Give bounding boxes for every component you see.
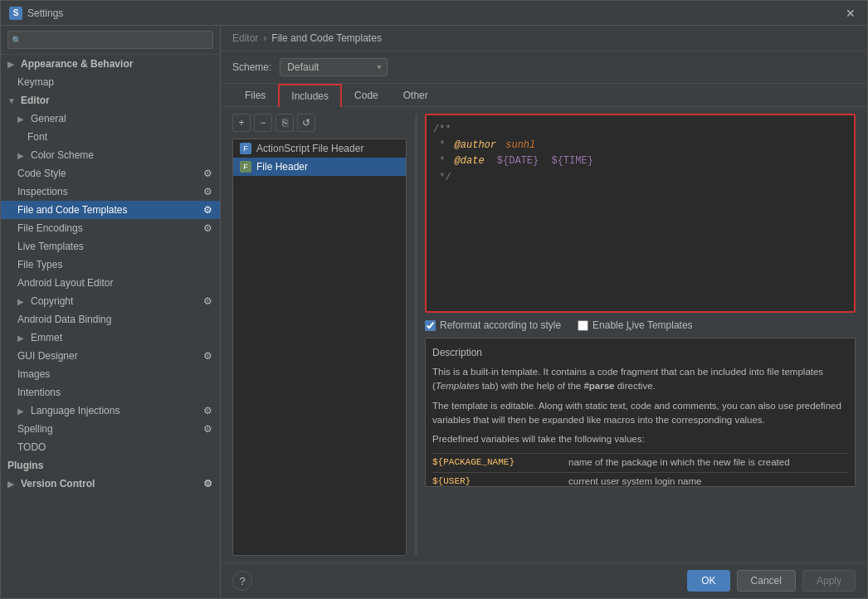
code-token: @date — [455, 153, 485, 169]
reformat-checkbox[interactable] — [425, 320, 436, 331]
content-area: + − ⎘ ↺ F ActionScript File Header F Fil… — [221, 107, 867, 562]
ok-button[interactable]: OK — [687, 570, 729, 592]
template-list: F ActionScript File Header F File Header — [232, 139, 407, 556]
template-item-actionscript[interactable]: F ActionScript File Header — [233, 139, 406, 158]
sidebar-item-inspections[interactable]: Inspections ⚙ — [1, 183, 220, 201]
sidebar-item-emmet[interactable]: Emmet — [1, 329, 220, 347]
search-bar — [1, 26, 220, 55]
arrow-icon — [7, 60, 17, 69]
main-content: Appearance & Behavior Keymap Editor Gene… — [1, 26, 867, 598]
tab-code[interactable]: Code — [342, 84, 391, 107]
arrow-icon — [17, 114, 27, 124]
reformat-label: Reformat according to style — [440, 319, 561, 331]
tabs-row: Files Includes Code Other — [221, 84, 867, 107]
reformat-checkbox-wrapper[interactable]: Reformat according to style — [425, 319, 561, 331]
description-text: This is a built-in template. It contains… — [432, 365, 848, 394]
parse-bold: #parse — [583, 381, 614, 391]
sidebar-item-intentions[interactable]: Intentions — [1, 383, 220, 402]
copy-template-button[interactable]: ⎘ — [276, 114, 294, 132]
live-templates-checkbox-wrapper[interactable]: Enable Live Templates — [578, 319, 693, 331]
divider — [413, 114, 418, 556]
sidebar-item-label: Color Scheme — [31, 149, 94, 161]
sidebar-item-label: File and Code Templates — [17, 204, 128, 216]
tab-other[interactable]: Other — [391, 84, 441, 107]
code-panel: /** * @author sunhl * @date ${DATE} ${TI… — [425, 114, 856, 556]
sidebar-item-android-data-binding[interactable]: Android Data Binding — [1, 310, 220, 329]
sidebar-item-label: Copyright — [31, 295, 73, 307]
sidebar-item-todo[interactable]: TODO — [1, 438, 220, 456]
sidebar-item-plugins[interactable]: Plugins — [1, 456, 220, 475]
title-bar: S Settings ✕ — [1, 1, 867, 26]
sidebar-item-label: Version Control — [21, 478, 95, 489]
sidebar-item-label: GUI Designer — [17, 350, 78, 362]
sidebar-item-copyright[interactable]: Copyright ⚙ — [1, 292, 220, 310]
sidebar-item-appearance[interactable]: Appearance & Behavior — [1, 55, 220, 73]
sidebar-item-images[interactable]: Images — [1, 365, 220, 383]
sidebar-item-file-encodings[interactable]: File Encodings ⚙ — [1, 219, 220, 237]
template-icon: F — [240, 143, 251, 154]
variable-row: ${USER} current user system login name — [432, 472, 848, 488]
sidebar-item-language-injections[interactable]: Language Injections ⚙ — [1, 402, 220, 420]
bottom-bar: ? OK Cancel Apply — [221, 562, 867, 598]
sidebar-item-label: Keymap — [17, 76, 54, 88]
sidebar-item-keymap[interactable]: Keymap — [1, 73, 220, 91]
template-item-label: ActionScript File Header — [256, 143, 363, 154]
sidebar-item-label: Android Data Binding — [17, 314, 111, 325]
help-button[interactable]: ? — [232, 571, 252, 591]
sidebar-item-label: Font — [27, 131, 47, 143]
sidebar-item-label: General — [31, 113, 66, 124]
sidebar-item-gui-designer[interactable]: GUI Designer ⚙ — [1, 347, 220, 365]
sidebar-item-live-templates[interactable]: Live Templates — [1, 237, 220, 256]
tab-includes[interactable]: Includes — [278, 84, 342, 107]
variable-desc: name of the package in which the new fil… — [568, 455, 848, 470]
add-template-button[interactable]: + — [232, 114, 251, 132]
code-editor[interactable]: /** * @author sunhl * @date ${DATE} ${TI… — [425, 114, 856, 313]
sidebar-item-editor[interactable]: Editor — [1, 91, 220, 110]
scheme-label: Scheme: — [232, 61, 271, 73]
sidebar-item-label: Live Templates — [17, 241, 84, 252]
sidebar-item-label: File Encodings — [17, 222, 83, 234]
sidebar-item-code-style[interactable]: Code Style ⚙ — [1, 164, 220, 183]
sidebar-item-general[interactable]: General — [1, 110, 220, 128]
code-token: */ — [433, 170, 451, 186]
sidebar-item-label: Code Style — [17, 168, 66, 179]
live-templates-checkbox[interactable] — [578, 320, 588, 331]
template-toolbar: + − ⎘ ↺ — [232, 114, 407, 132]
description-title: Description — [432, 345, 848, 360]
code-token: * — [433, 138, 451, 153]
sidebar-item-label: Images — [17, 368, 50, 380]
badge-icon: ⚙ — [202, 204, 213, 216]
sidebar-item-label: Appearance & Behavior — [21, 58, 133, 70]
sidebar-item-spelling[interactable]: Spelling ⚙ — [1, 420, 220, 438]
settings-window: S Settings ✕ Appearance & Behavior Keyma… — [0, 0, 868, 599]
code-token — [488, 153, 494, 169]
sidebar-item-label: Intentions — [17, 387, 61, 398]
scheme-select-wrapper: Default Project — [280, 58, 388, 76]
sidebar-item-color-scheme[interactable]: Color Scheme — [1, 146, 220, 164]
scheme-select[interactable]: Default Project — [280, 58, 388, 76]
sidebar-item-file-types[interactable]: File Types — [1, 256, 220, 274]
breadcrumb-separator: › — [263, 32, 266, 44]
sidebar-item-version-control[interactable]: Version Control ⚙ — [1, 475, 220, 493]
scheme-row: Scheme: Default Project — [221, 51, 867, 84]
template-item-file-header[interactable]: F File Header — [233, 158, 406, 176]
search-input[interactable] — [7, 31, 213, 49]
remove-template-button[interactable]: − — [254, 114, 272, 132]
tab-files[interactable]: Files — [232, 84, 278, 107]
sidebar-item-android-layout[interactable]: Android Layout Editor — [1, 274, 220, 292]
sidebar-item-font[interactable]: Font — [1, 128, 220, 146]
badge-icon: ⚙ — [202, 478, 213, 489]
apply-button[interactable]: Apply — [802, 570, 856, 592]
sidebar-item-label: Android Layout Editor — [17, 277, 113, 289]
reset-template-button[interactable]: ↺ — [297, 114, 315, 132]
arrow-icon — [17, 407, 27, 416]
sidebar-item-label: TODO — [17, 441, 46, 453]
sidebar-item-file-code-templates[interactable]: File and Code Templates ⚙ — [1, 201, 220, 219]
variable-table: ${PACKAGE_NAME} name of the package in w… — [432, 453, 848, 487]
sidebar-item-label: File Types — [17, 259, 62, 270]
cancel-button[interactable]: Cancel — [737, 570, 796, 592]
code-token: sunhl — [500, 138, 535, 153]
badge-icon: ⚙ — [202, 186, 213, 197]
badge-icon: ⚙ — [202, 168, 213, 179]
close-button[interactable]: ✕ — [842, 5, 859, 22]
